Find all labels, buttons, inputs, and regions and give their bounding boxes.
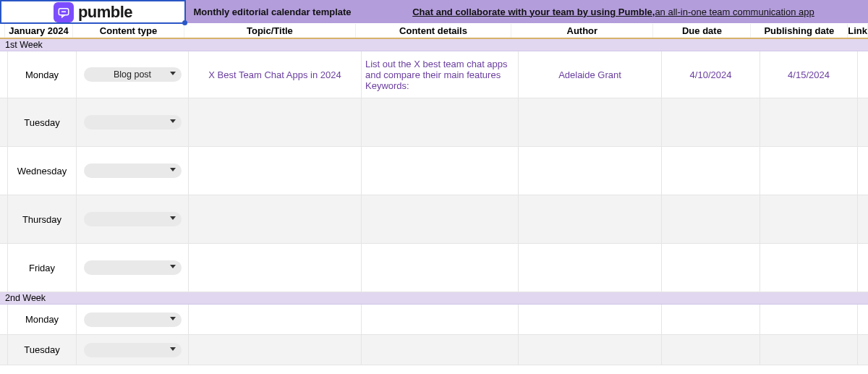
author-cell[interactable] [519,305,662,334]
header-month[interactable]: January 2024 [5,24,73,38]
row-spacer [0,244,8,292]
due-cell[interactable]: 4/10/2024 [662,51,760,98]
day-label[interactable]: Wednesday [8,147,77,195]
row-spacer [0,335,8,365]
content-type-cell[interactable] [77,98,189,146]
link-cell[interactable] [858,305,868,334]
header-topic[interactable]: Topic/Title [184,24,356,38]
topic-cell[interactable] [189,335,362,365]
brand-name: pumble [78,3,132,22]
header-due[interactable]: Due date [653,24,751,38]
due-cell[interactable] [662,98,760,146]
day-label[interactable]: Tuesday [8,98,77,146]
author-cell[interactable] [519,335,662,365]
pub-cell[interactable] [760,147,858,195]
week-2-label: 2nd Week [5,293,810,303]
chevron-down-icon [170,72,176,75]
pub-cell[interactable] [760,195,858,243]
link-cell[interactable] [858,147,868,195]
author-cell[interactable] [519,244,662,292]
link-cell[interactable] [858,51,868,98]
due-cell[interactable] [662,305,760,334]
day-label[interactable]: Friday [8,244,77,292]
details-cell[interactable] [362,98,519,146]
table-row: Thursday [0,195,868,244]
header-spacer [0,24,5,38]
promo-link[interactable]: Chat and collaborate with your team by u… [359,0,868,23]
topic-cell[interactable]: X Best Team Chat Apps in 2024 [189,51,362,98]
pub-cell[interactable]: 4/15/2024 [760,51,858,98]
topic-cell[interactable] [189,305,362,334]
header-author[interactable]: Author [511,24,653,38]
chevron-down-icon [170,168,176,171]
top-banner: pumble Monthly editorial calendar templa… [0,0,868,24]
day-label[interactable]: Monday [8,305,77,334]
content-type-dropdown[interactable] [84,313,182,327]
logo-cell[interactable]: pumble [0,0,186,24]
content-type-dropdown[interactable] [84,163,182,178]
week-2-header[interactable]: 2nd Week [0,292,868,305]
table-row: Friday [0,244,868,292]
table-row: Tuesday [0,98,868,147]
week-1-label: 1st Week [5,40,810,50]
table-row: Monday Blog post X Best Team Chat Apps i… [0,51,868,98]
day-label[interactable]: Monday [8,51,77,98]
topic-cell[interactable] [189,195,362,243]
due-cell[interactable] [662,335,760,365]
chevron-down-icon [170,317,176,320]
content-type-dropdown[interactable]: Blog post [84,67,182,82]
link-cell[interactable] [858,98,868,146]
pub-cell[interactable] [760,305,858,334]
topic-cell[interactable] [189,244,362,292]
content-type-dropdown[interactable] [84,343,182,357]
details-cell[interactable]: List out the X best team chat apps and c… [362,51,519,98]
row-spacer [0,51,8,98]
header-content-type[interactable]: Content type [73,24,184,38]
header-pub[interactable]: Publishing date [751,24,848,38]
chevron-down-icon [170,216,176,220]
content-type-dropdown[interactable] [84,212,182,226]
link-cell[interactable] [858,195,868,243]
topic-cell[interactable] [189,147,362,195]
details-cell[interactable] [362,195,519,243]
pumble-logo-icon [54,2,74,22]
content-type-cell[interactable] [77,244,189,292]
row-spacer [0,147,8,195]
due-cell[interactable] [662,195,760,243]
content-type-cell[interactable] [77,305,189,334]
author-cell[interactable] [519,98,662,146]
content-type-cell[interactable]: Blog post [77,51,189,98]
pub-cell[interactable] [760,98,858,146]
details-cell[interactable] [362,335,519,365]
details-cell[interactable] [362,244,519,292]
dropdown-value: Blog post [114,69,151,80]
content-type-cell[interactable] [77,195,189,243]
row-spacer [0,195,8,243]
chevron-down-icon [170,119,176,123]
promo-text-bold: Chat and collaborate with your team by u… [412,7,655,17]
content-type-cell[interactable] [77,335,189,365]
details-cell[interactable] [362,305,519,334]
author-cell[interactable] [519,147,662,195]
content-type-dropdown[interactable] [84,115,182,129]
link-cell[interactable] [858,335,868,365]
due-cell[interactable] [662,244,760,292]
content-type-cell[interactable] [77,147,189,195]
author-cell[interactable]: Adelaide Grant [519,51,662,98]
author-cell[interactable] [519,195,662,243]
header-details[interactable]: Content details [356,24,511,38]
details-cell[interactable] [362,147,519,195]
topic-cell[interactable] [189,98,362,146]
pub-cell[interactable] [760,335,858,365]
row-spacer [0,305,8,334]
week-1-header[interactable]: 1st Week [0,39,868,51]
pub-cell[interactable] [760,244,858,292]
content-type-dropdown[interactable] [84,260,182,275]
table-row: Wednesday [0,147,868,195]
row-spacer [0,98,8,146]
day-label[interactable]: Thursday [8,195,77,243]
due-cell[interactable] [662,147,760,195]
link-cell[interactable] [858,244,868,292]
day-label[interactable]: Tuesday [8,335,77,365]
header-link[interactable]: Link [848,24,868,38]
